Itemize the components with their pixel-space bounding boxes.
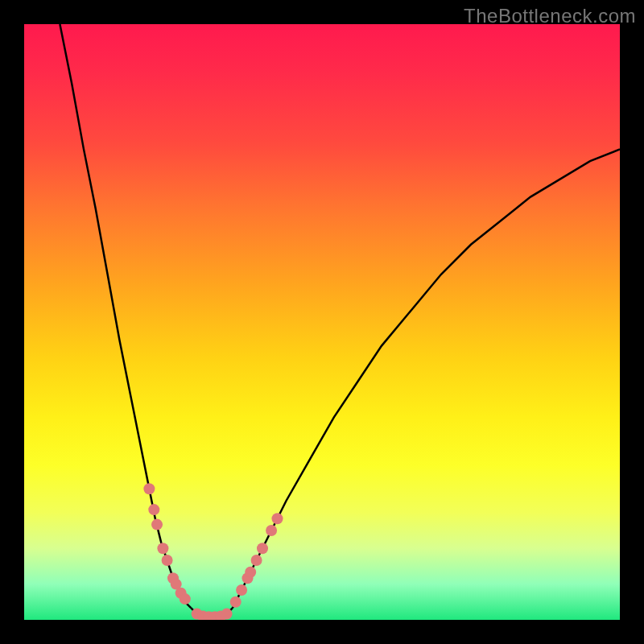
data-marker — [148, 504, 159, 515]
data-marker — [151, 519, 163, 530]
data-marker — [236, 584, 247, 596]
data-marker — [245, 567, 256, 578]
data-marker — [143, 483, 155, 494]
curve-left-branch — [60, 24, 191, 608]
chart-svg — [24, 24, 620, 620]
data-marker — [180, 593, 191, 605]
data-marker — [257, 543, 268, 554]
chart-plot-area — [24, 24, 620, 620]
data-marker — [272, 513, 283, 524]
watermark-text: TheBottleneck.com — [464, 5, 636, 27]
data-marker — [157, 543, 168, 554]
data-marker — [221, 609, 233, 620]
marker-group — [143, 483, 283, 620]
data-marker — [162, 555, 173, 566]
data-marker — [251, 555, 262, 566]
data-marker — [230, 597, 242, 608]
data-marker — [266, 525, 277, 536]
curve-right-branch — [233, 149, 620, 608]
